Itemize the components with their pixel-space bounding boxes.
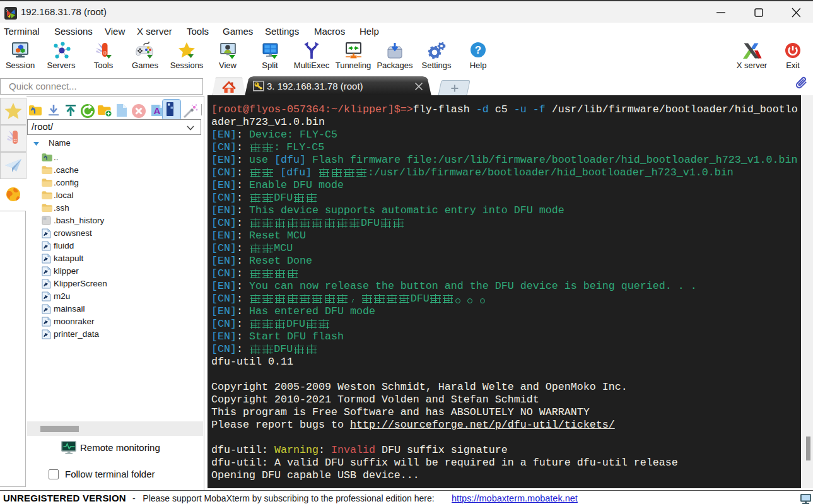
svg-text:A: A [154,105,161,116]
svg-text:?: ? [475,44,481,56]
